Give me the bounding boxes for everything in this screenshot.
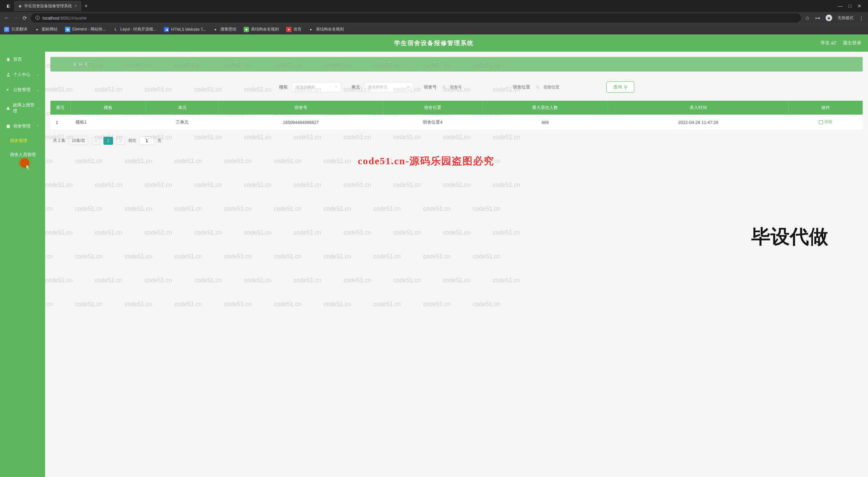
filter-bar: 楼栋 请选择楼栋 单元 请选择单元 宿舍号 宿舍位置 查询 ⚲ xyxy=(51,77,863,101)
chevron-down-icon: ⌄ xyxy=(36,73,39,76)
filter-building-select[interactable]: 请选择楼栋 xyxy=(292,82,341,93)
th-location: 宿舍位置 xyxy=(383,101,483,114)
tab-app[interactable]: ◈ 学生宿舍设备报修管理系统 × xyxy=(14,1,81,11)
warning-icon xyxy=(6,106,10,110)
incognito-label: 无痕模式 xyxy=(837,15,854,21)
svg-point-0 xyxy=(8,73,9,74)
sidebar-item-profile[interactable]: 个人中心 ⌄ xyxy=(0,67,45,82)
th-unit: 单元 xyxy=(146,101,218,114)
app-title: 学生宿舍设备报修管理系统 xyxy=(394,39,474,47)
page-size-select[interactable]: 10条/页 xyxy=(69,136,88,145)
info-icon: ⓘ xyxy=(35,15,40,21)
filter-location-label: 宿舍位置 xyxy=(513,84,530,90)
back-button[interactable]: ← xyxy=(4,15,9,21)
tab-bar: ◧ ◈ 学生宿舍设备报修管理系统 × + — □ ✕ xyxy=(0,0,868,12)
bookmark-naming1[interactable]: ■表结构命名规则 xyxy=(244,27,279,32)
bookmark-naming2[interactable]: ▸表结构命名规则 xyxy=(309,27,344,32)
sidebar-item-notice[interactable]: 公告管理 ⌄ xyxy=(0,82,45,97)
table-header-row: 索引 楼栋 单元 宿舍号 宿舍位置 最大居住人数 录入时间 操作 xyxy=(51,101,863,114)
th-capacity: 最大居住人数 xyxy=(483,101,608,114)
building-icon xyxy=(6,124,10,129)
user-label[interactable]: 学生 a2 xyxy=(820,40,836,46)
app-header: 学生宿舍设备报修管理系统 学生 a2 退出登录 xyxy=(0,34,868,52)
tab-blank[interactable]: ◧ xyxy=(3,1,14,11)
table-row: 1 楼栋1 三单元 165094484996827 宿舍位置4 489 2022… xyxy=(51,114,863,130)
tab-title: 学生宿舍设备报修管理系统 xyxy=(24,3,72,9)
key-icon[interactable]: ⊶ xyxy=(815,15,820,21)
watermark-red: code51.cn-源码乐园盗图必究 xyxy=(358,155,494,168)
filter-dormno-label: 宿舍号 xyxy=(424,84,437,90)
goto-prefix: 前往 xyxy=(128,138,136,143)
bookmark-wallpaper[interactable]: ▸搜索壁纸 xyxy=(213,27,237,32)
sidebar-subitem-dorm-members[interactable]: 宿舍人员管理 xyxy=(0,148,45,162)
th-created: 录入时间 xyxy=(608,101,789,114)
app-body: 首页 个人中心 ⌄ 公告管理 ⌄ 故障上报管理 ⌄ 宿舍管理 ⌃ 宿舍管理 宿舍… xyxy=(0,52,868,477)
th-action: 操作 xyxy=(788,101,862,114)
bookmark-icons[interactable]: ▸图标网站 xyxy=(34,27,58,32)
bookmark-baidu[interactable]: Ⓑ百度翻译 xyxy=(4,27,27,32)
detail-button[interactable]: 详情 xyxy=(819,119,832,125)
total-label: 共 1 条 xyxy=(53,138,65,143)
main-content: SHE 楼栋 请选择楼栋 单元 请选择单元 宿舍号 宿舍位置 查询 ⚲ xyxy=(45,52,868,477)
incognito-icon[interactable]: ◉ xyxy=(826,14,832,21)
filter-location-input[interactable] xyxy=(534,83,596,92)
search-icon: ⚲ xyxy=(624,85,627,90)
prev-page-button[interactable]: ‹ xyxy=(92,137,100,145)
pagination: 共 1 条 10条/页 ‹ 1 › 前往 页 xyxy=(51,130,863,151)
th-building: 楼栋 xyxy=(70,101,146,114)
page-1-button[interactable]: 1 xyxy=(103,137,113,145)
sidebar: 首页 个人中心 ⌄ 公告管理 ⌄ 故障上报管理 ⌄ 宿舍管理 ⌃ 宿舍管理 宿舍… xyxy=(0,52,45,477)
maximize-icon[interactable]: □ xyxy=(849,3,851,9)
filter-unit-select[interactable]: 请选择单元 xyxy=(364,82,414,93)
new-tab-button[interactable]: + xyxy=(81,3,91,9)
detail-icon xyxy=(819,120,823,124)
filter-building-label: 楼栋 xyxy=(279,84,288,90)
minimize-icon[interactable]: — xyxy=(838,3,843,9)
browser-chrome: ◧ ◈ 学生宿舍设备报修管理系统 × + — □ ✕ ← → ⟳ ⓘ local… xyxy=(0,0,868,34)
chevron-down-icon: ⌄ xyxy=(36,88,39,92)
bookmark-html5[interactable]: ◪HTML5 Website T... xyxy=(164,27,206,32)
th-dormno: 宿舍号 xyxy=(218,101,383,114)
next-page-button[interactable]: › xyxy=(116,137,125,145)
megaphone-icon xyxy=(6,88,10,92)
bookmark-element[interactable]: ◉Element - 网站快... xyxy=(65,27,106,32)
home-icon xyxy=(6,57,10,62)
star-icon[interactable]: ☆ xyxy=(805,15,810,21)
reload-button[interactable]: ⟳ xyxy=(23,15,27,21)
sidebar-item-dorm[interactable]: 宿舍管理 ⌃ xyxy=(0,118,45,134)
goto-page-input[interactable] xyxy=(140,136,154,145)
forward-button[interactable]: → xyxy=(13,15,19,21)
chevron-up-icon: ⌃ xyxy=(36,125,39,128)
search-button[interactable]: 查询 ⚲ xyxy=(607,81,634,93)
svg-rect-1 xyxy=(7,125,10,128)
sidebar-subitem-dorm-manage[interactable]: 宿舍管理 xyxy=(0,134,45,148)
sidebar-item-fault[interactable]: 故障上报管理 ⌄ xyxy=(0,97,45,118)
watermark-big: 毕设代做 xyxy=(751,224,828,250)
sidebar-item-home[interactable]: 首页 xyxy=(0,52,45,67)
logout-link[interactable]: 退出登录 xyxy=(843,40,861,46)
filter-unit-label: 单元 xyxy=(351,84,360,90)
cursor-indicator xyxy=(20,158,29,168)
dorm-table: 索引 楼栋 单元 宿舍号 宿舍位置 最大居住人数 录入时间 操作 1 楼栋1 三… xyxy=(51,101,863,130)
window-controls: — □ ✕ xyxy=(838,3,865,9)
filter-dormno-input[interactable] xyxy=(441,83,503,92)
close-icon[interactable]: × xyxy=(74,4,77,8)
page-banner: SHE xyxy=(51,57,863,72)
user-icon xyxy=(6,72,10,77)
th-index: 索引 xyxy=(51,101,70,114)
goto-suffix: 页 xyxy=(157,138,161,143)
bookmark-layui[interactable]: LLayui - 经典开源模... xyxy=(113,27,156,32)
bookmarks-bar: Ⓑ百度翻译 ▸图标网站 ◉Element - 网站快... LLayui - 经… xyxy=(0,24,868,34)
menu-icon[interactable]: ⋮ xyxy=(859,15,864,21)
close-window-icon[interactable]: ✕ xyxy=(858,3,861,9)
chevron-down-icon: ⌄ xyxy=(36,106,39,110)
address-bar[interactable]: ⓘ localhost:8081/#/sushe xyxy=(31,13,801,23)
address-row: ← → ⟳ ⓘ localhost:8081/#/sushe ☆ ⊶ ◉ 无痕模… xyxy=(0,12,868,24)
bookmark-home[interactable]: ●首页 xyxy=(286,27,301,32)
